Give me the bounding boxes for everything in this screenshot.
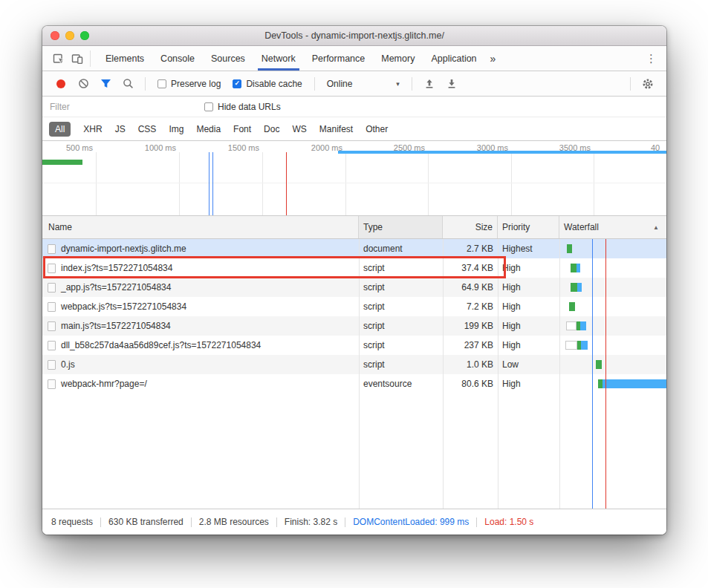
tab-network[interactable]: Network	[253, 46, 304, 71]
column-resize-handle[interactable]	[498, 239, 498, 509]
tab-console[interactable]: Console	[152, 46, 203, 71]
size-cell: 80.6 KB	[443, 374, 498, 393]
funnel-icon	[100, 79, 111, 88]
chevron-down-icon: ▾	[396, 80, 400, 88]
more-tabs-button[interactable]: »	[485, 53, 501, 65]
disable-cache-checkbox[interactable]: ✓	[233, 79, 241, 88]
inspect-element-button[interactable]	[49, 50, 68, 68]
desktop-background: DevTools - dynamic-import-nextjs.glitch.…	[0, 0, 708, 588]
table-row[interactable]: index.js?ts=1572271054834 script 37.4 KB…	[42, 258, 666, 278]
tab-performance[interactable]: Performance	[304, 46, 374, 71]
grid-line	[96, 152, 97, 215]
type-filter-all[interactable]: All	[49, 122, 71, 137]
device-toolbar-button[interactable]	[68, 50, 86, 68]
transferred-size: 630 KB transferred	[108, 517, 184, 527]
hide-data-urls-checkbox[interactable]	[204, 102, 213, 111]
type-filter-media[interactable]: Media	[196, 124, 221, 134]
tab-sources[interactable]: Sources	[203, 46, 253, 71]
name-cell: main.js?ts=1572271054834	[42, 316, 359, 336]
filter-toggle-button[interactable]	[97, 75, 114, 93]
status-divider	[276, 517, 277, 527]
name-cell: webpack.js?ts=1572271054834	[42, 297, 359, 316]
waterfall-bar	[580, 321, 586, 330]
filter-input[interactable]	[50, 102, 198, 112]
record-icon	[56, 79, 65, 88]
tab-elements[interactable]: Elements	[97, 46, 152, 71]
tab-label: Elements	[105, 53, 144, 64]
table-row[interactable]: _app.js?ts=1572271054834 script 64.9 KB …	[42, 278, 666, 297]
devtools-tabbar: Elements Console Sources Network Perform…	[42, 46, 666, 71]
disable-cache-label[interactable]: Disable cache	[246, 79, 302, 89]
size-cell: 37.4 KB	[443, 258, 498, 278]
file-icon	[48, 244, 56, 254]
search-button[interactable]	[119, 75, 137, 93]
status-divider	[100, 517, 101, 527]
type-filter-css[interactable]: CSS	[138, 124, 157, 134]
request-name: 0.js	[61, 359, 75, 370]
column-header-type[interactable]: Type	[359, 216, 443, 238]
tab-label: Memory	[381, 53, 415, 64]
devtools-menu-button[interactable]: ⋮	[636, 52, 666, 65]
waterfall-cell	[559, 278, 666, 297]
type-filter-js[interactable]: JS	[115, 124, 126, 134]
resource-type-filters: All XHR JS CSS Img Media Font Doc WS Man…	[42, 117, 666, 141]
timeline-overview[interactable]: 500 ms 1000 ms 1500 ms 2000 ms 2500 ms 3…	[42, 141, 666, 216]
clear-button[interactable]	[74, 75, 92, 93]
column-header-waterfall[interactable]: Waterfall ▲	[559, 216, 666, 238]
throttling-value: Online	[327, 79, 353, 89]
import-har-button[interactable]	[420, 75, 438, 93]
request-name: dynamic-import-nextjs.glitch.me	[61, 244, 186, 254]
table-row[interactable]: 0.js script 1.0 KB Low	[42, 355, 666, 374]
table-row[interactable]: webpack-hmr?page=/ eventsource 80.6 KB H…	[42, 374, 666, 393]
type-filter-img[interactable]: Img	[169, 124, 184, 134]
type-filter-xhr[interactable]: XHR	[83, 124, 102, 134]
finish-time: Finish: 3.82 s	[285, 517, 337, 527]
table-row[interactable]: dll_b58c257da4aa56d89cef.js?ts=157227105…	[42, 336, 666, 355]
type-filter-font[interactable]: Font	[233, 124, 251, 134]
type-cell: script	[359, 316, 443, 336]
type-filter-ws[interactable]: WS	[292, 124, 306, 134]
column-resize-handle[interactable]	[559, 239, 560, 509]
table-row[interactable]: webpack.js?ts=1572271054834 script 7.2 K…	[42, 297, 666, 316]
waterfall-bar	[571, 283, 577, 292]
grid-line	[262, 152, 263, 215]
type-cell: script	[359, 336, 443, 355]
table-row[interactable]: main.js?ts=1572271054834 script 199 KB H…	[42, 316, 666, 336]
record-button[interactable]	[52, 75, 70, 93]
type-filter-doc[interactable]: Doc	[264, 124, 279, 134]
grid-line	[42, 183, 666, 183]
grid-line	[594, 152, 594, 215]
hide-data-urls-group: Hide data URLs	[204, 102, 281, 112]
table-row[interactable]: dynamic-import-nextjs.glitch.me document…	[42, 239, 666, 258]
waterfall-bar	[566, 321, 577, 330]
waterfall-bar	[577, 264, 580, 272]
requests-table-body: dynamic-import-nextjs.glitch.me document…	[42, 239, 666, 509]
column-header-priority[interactable]: Priority	[498, 216, 559, 238]
preserve-log-label[interactable]: Preserve log	[171, 79, 221, 89]
waterfall-cell	[559, 297, 666, 316]
devtools-window: DevTools - dynamic-import-nextjs.glitch.…	[42, 26, 666, 535]
column-header-size[interactable]: Size	[443, 216, 498, 238]
resources-size: 2.8 MB resources	[199, 517, 269, 527]
tab-label: Application	[431, 53, 476, 64]
name-cell: webpack-hmr?page=/	[42, 374, 359, 393]
hide-data-urls-label[interactable]: Hide data URLs	[218, 102, 281, 112]
type-filter-manifest[interactable]: Manifest	[319, 124, 353, 134]
throttling-select[interactable]: Online ▾	[327, 79, 400, 89]
column-resize-handle[interactable]	[443, 239, 444, 509]
tab-memory[interactable]: Memory	[373, 46, 423, 71]
preserve-log-checkbox[interactable]	[157, 79, 166, 88]
status-bar: 8 requests 630 KB transferred 2.8 MB res…	[42, 509, 666, 535]
type-filter-other[interactable]: Other	[366, 124, 388, 134]
column-resize-handle[interactable]	[359, 239, 360, 509]
file-icon	[48, 341, 56, 350]
tab-application[interactable]: Application	[423, 46, 484, 71]
status-divider	[345, 517, 345, 527]
column-header-name[interactable]: Name	[42, 216, 359, 238]
settings-button[interactable]	[639, 75, 657, 93]
domcontentloaded-time: DOMContentLoaded: 999 ms	[353, 517, 469, 527]
titlebar[interactable]: DevTools - dynamic-import-nextjs.glitch.…	[42, 26, 666, 46]
export-har-button[interactable]	[443, 75, 461, 93]
request-name: webpack-hmr?page=/	[61, 379, 147, 389]
grid-line	[179, 152, 180, 215]
